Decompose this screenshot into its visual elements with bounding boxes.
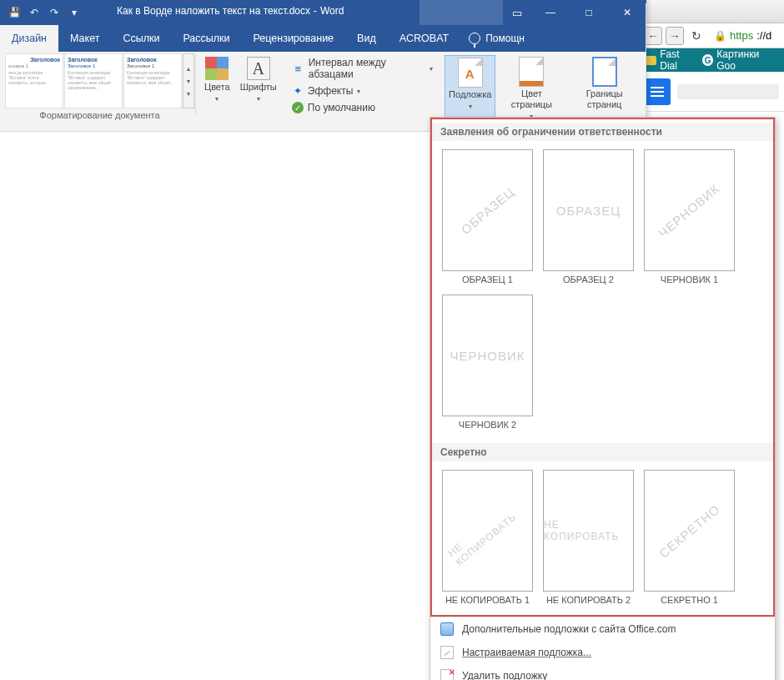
watermark-preview: ОБРАЗЕЦ: [543, 149, 634, 271]
gallery-grid-2: НЕ КОПИРОВАТЬНЕ КОПИРОВАТЬ 1НЕ КОПИРОВАТ…: [432, 461, 773, 608]
titlebar: 💾 ↶ ↷ ▾ Как в Ворде наложить текст на те…: [0, 0, 646, 25]
effects-icon: ✦: [292, 85, 304, 97]
watermark-icon: A: [458, 58, 483, 88]
watermark-caption: ОБРАЗЕЦ 1: [462, 275, 513, 285]
watermark-gallery-dropdown: Заявления об ограничении ответственности…: [430, 117, 776, 680]
tab-acrobat[interactable]: ACROBAT: [388, 25, 461, 52]
watermark-button[interactable]: A Подложка▾: [445, 55, 495, 123]
forward-button[interactable]: →: [666, 27, 684, 45]
watermark-thumb[interactable]: ЧЕРНОВИКЧЕРНОВИК 2: [442, 295, 533, 430]
watermark-thumb[interactable]: ОБРАЗЕЦОБРАЗЕЦ 2: [543, 149, 634, 285]
quick-access-toolbar: 💾 ↶ ↷ ▾: [0, 5, 88, 20]
watermark-caption: СЕКРЕТНО 1: [661, 595, 718, 605]
google-icon: G: [702, 54, 713, 66]
watermark-text: НЕ КОПИРОВАТЬ: [544, 519, 633, 542]
watermark-preview: НЕ КОПИРОВАТЬ: [543, 470, 634, 592]
reload-button[interactable]: ↻: [687, 27, 706, 45]
theme-thumb[interactable]: Заголовок Заголовок 1 Коллекция на вклад…: [64, 53, 123, 108]
app-name: Word: [320, 5, 344, 17]
bookmark-google-images[interactable]: G Картинки Goo: [702, 48, 777, 72]
save-icon[interactable]: 💾: [7, 5, 22, 20]
paragraph-spacing-icon: ≡: [292, 62, 304, 75]
watermark-caption: НЕ КОПИРОВАТЬ 1: [445, 595, 530, 605]
watermark-text: СЕКРЕТНО: [656, 501, 722, 560]
bookmark-label: Картинки Goo: [716, 48, 777, 72]
watermark-text: ОБРАЗЕЦ: [556, 204, 621, 218]
fonts-button[interactable]: A Шрифты▾: [237, 55, 280, 105]
theme-thumb[interactable]: Заголовок Заголовок 1 Коллекция на вклад…: [123, 53, 182, 108]
menu-remove-watermark[interactable]: Удалить подложку: [430, 664, 775, 680]
browser-sub-toolbar: [639, 72, 784, 112]
watermark-menu: Дополнительные подложки с сайта Office.c…: [430, 617, 775, 680]
theme-thumb[interactable]: Заголовок оловок 1 иногда косплейра "Вст…: [5, 53, 63, 108]
watermark-thumb[interactable]: ОБРАЗЕЦОБРАЗЕЦ 1: [442, 149, 533, 285]
watermark-preview: ЧЕРНОВИК: [442, 295, 533, 416]
watermark-caption: ЧЕРНОВИК 1: [661, 275, 718, 285]
watermark-thumb[interactable]: ЧЕРНОВИКЧЕРНОВИК 1: [644, 149, 735, 285]
tab-review[interactable]: Рецензирование: [242, 25, 346, 52]
qat-customize-icon[interactable]: ▾: [67, 5, 82, 20]
browser-tabstrip: [639, 0, 784, 23]
watermark-preview: НЕ КОПИРОВАТЬ: [442, 470, 533, 592]
tab-references[interactable]: Ссылки: [111, 25, 171, 52]
tell-me-label: Помощн: [485, 33, 525, 44]
lock-icon: 🔒: [714, 30, 726, 42]
watermark-caption: ОБРАЗЕЦ 2: [563, 275, 614, 285]
addr-https: https: [730, 29, 753, 42]
colors-fonts-group: Цвета▾ A Шрифты▾: [196, 52, 285, 131]
watermark-caption: ЧЕРНОВИК 2: [459, 420, 516, 430]
page-color-button[interactable]: Цвет страницы▾: [499, 55, 564, 123]
delete-watermark-icon: [440, 669, 454, 680]
tab-mailings[interactable]: Рассылки: [171, 25, 241, 52]
browser-toolbar: ← → ↻ 🔒 https://d: [639, 23, 784, 48]
fonts-icon: A: [247, 57, 270, 80]
minimize-button[interactable]: —: [531, 0, 570, 25]
watermark-thumb[interactable]: СЕКРЕТНОСЕКРЕТНО 1: [644, 470, 735, 605]
check-icon: ✓: [292, 102, 304, 113]
watermark-thumb[interactable]: НЕ КОПИРОВАТЬНЕ КОПИРОВАТЬ 2: [543, 470, 634, 605]
watermark-text: НЕ КОПИРОВАТЬ: [446, 493, 530, 568]
page-color-icon: [519, 57, 544, 87]
maximize-button[interactable]: □: [570, 0, 608, 25]
page-borders-button[interactable]: Границы страниц: [567, 55, 641, 123]
watermark-thumb[interactable]: НЕ КОПИРОВАТЬНЕ КОПИРОВАТЬ 1: [442, 470, 533, 605]
folder-icon: [646, 56, 656, 65]
colors-button[interactable]: Цвета▾: [201, 55, 234, 105]
redo-icon[interactable]: ↷: [47, 5, 62, 20]
tab-design[interactable]: Дизайн: [0, 25, 58, 52]
doc-formatting-group: Заголовок оловок 1 иногда косплейра "Вст…: [3, 52, 196, 131]
tab-layout[interactable]: Макет: [58, 25, 111, 52]
formatting-options: ≡ Интервал между абзацами ▾ ✦ Эффекты ▾ …: [285, 52, 440, 131]
window-controls: — □ ✕: [531, 0, 646, 25]
tell-me-search[interactable]: Помощн: [460, 25, 533, 52]
docs-icon[interactable]: [644, 78, 671, 105]
bookmark-fastdial[interactable]: Fast Dial: [646, 48, 697, 72]
group-label-doc-formatting: Форматирование документа: [5, 110, 194, 120]
address-bar[interactable]: 🔒 https://d: [714, 29, 771, 42]
document-name: Как в Ворде наложить текст на текст.docx: [117, 5, 310, 17]
effects-button[interactable]: ✦ Эффекты ▾: [289, 83, 436, 98]
close-button[interactable]: ✕: [608, 0, 646, 25]
tab-view[interactable]: Вид: [345, 25, 388, 52]
globe-icon: [440, 622, 454, 636]
theme-gallery-more[interactable]: ▴▾▾: [183, 53, 194, 108]
undo-icon[interactable]: ↶: [27, 5, 42, 20]
bookmark-label: Fast Dial: [660, 48, 697, 72]
back-button[interactable]: ←: [644, 27, 662, 45]
set-default-button[interactable]: ✓ По умолчанию: [289, 100, 436, 115]
menu-more-office[interactable]: Дополнительные подложки с сайта Office.c…: [430, 617, 775, 641]
bookmarks-bar: Fast Dial G Картинки Goo: [639, 48, 784, 72]
watermark-caption: НЕ КОПИРОВАТЬ 2: [546, 595, 631, 605]
watermark-text: ОБРАЗЕЦ: [458, 184, 516, 237]
gallery-section-disclaimer: Заявления об ограничении ответственности: [432, 123, 773, 141]
menu-custom-watermark[interactable]: Настраиваемая подложка...: [430, 641, 775, 664]
page-borders-icon: [592, 57, 617, 87]
watermark-text: ЧЕРНОВИК: [656, 181, 723, 240]
gallery-grid-1: ОБРАЗЕЦОБРАЗЕЦ 1ОБРАЗЕЦОБРАЗЕЦ 2ЧЕРНОВИК…: [432, 141, 773, 433]
user-placeholder: [420, 0, 503, 25]
para-spacing-button[interactable]: ≡ Интервал между абзацами ▾: [289, 55, 436, 82]
ribbon-options-icon[interactable]: ▭: [503, 0, 531, 25]
watermark-mini-icon: [440, 646, 454, 659]
ribbon-tabs: Дизайн Макет Ссылки Рассылки Рецензирова…: [0, 25, 646, 52]
addr-rest: ://d: [756, 29, 771, 42]
